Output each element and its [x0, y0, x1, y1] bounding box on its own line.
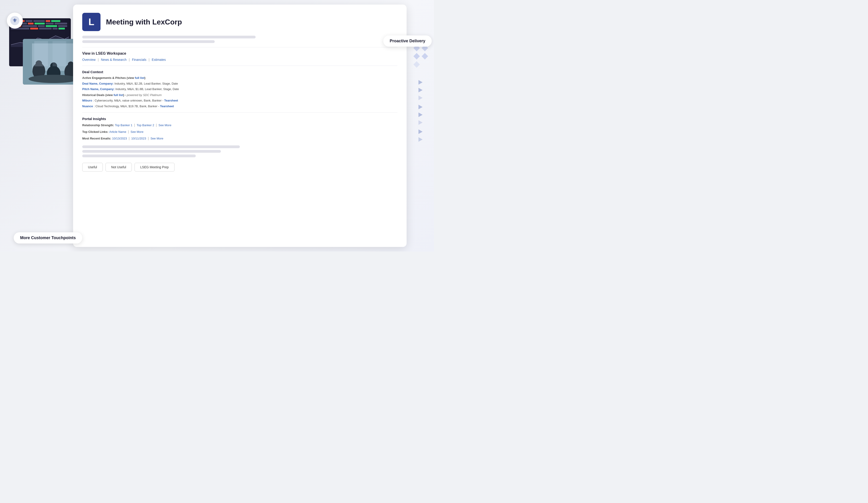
- rel-strength-label: Relationship Strength:: [82, 123, 115, 127]
- hist-deal-1: Miburo : Cybersecurity, M&A, value unkno…: [82, 98, 397, 103]
- deal-detail-1: Industry, M&A, $2.2B, Lead Banker, Stage…: [114, 82, 178, 85]
- separator: |: [134, 123, 135, 127]
- workspace-section-title: View in LSEG Workspace: [82, 51, 397, 56]
- svg-point-13: [29, 75, 79, 83]
- svg-rect-15: [53, 41, 66, 66]
- arrow-right-icon: [418, 129, 423, 134]
- historical-suffix: ) -: [123, 93, 127, 97]
- pitch-name-company-2[interactable]: Pitch Name, Company:: [82, 87, 115, 91]
- company-logo-badge: ⚜: [7, 12, 23, 29]
- bar: [46, 20, 50, 22]
- overview-link[interactable]: Overview: [82, 58, 95, 61]
- placeholder-bar: [82, 150, 221, 153]
- bar: [59, 28, 65, 30]
- historical-deals-item: Historical Deals (view full list) - powe…: [82, 93, 397, 98]
- full-list-link-historical[interactable]: full list: [114, 93, 123, 97]
- bar: [30, 28, 38, 30]
- separator: |: [148, 137, 149, 140]
- deal-item-2: Pitch Name, Company: Industry, M&A, $1.8…: [82, 87, 397, 91]
- bar: [54, 23, 67, 24]
- clicked-links-see-more-link[interactable]: See More: [131, 130, 143, 133]
- main-card: L Meeting with LexCorp View in LSEG Work…: [73, 4, 406, 247]
- tearsheet-link-1[interactable]: Tearsheet: [164, 99, 178, 102]
- separator: |: [129, 58, 130, 61]
- top-banker-1-link[interactable]: Top Banker 1: [115, 123, 133, 127]
- bar: [53, 28, 58, 30]
- trading-row: [11, 28, 69, 30]
- active-suffix: ): [144, 76, 145, 80]
- financials-link[interactable]: Financials: [132, 58, 146, 61]
- company-logo: L: [82, 13, 101, 31]
- active-label-text: Active Engagements & Pitches (view: [82, 76, 135, 80]
- tearsheet-link-2[interactable]: Tearsheet: [160, 104, 174, 108]
- proactive-label: Proactive Delivery: [390, 39, 425, 43]
- rel-strength-see-more-link[interactable]: See More: [158, 123, 171, 127]
- svg-text:⚜: ⚜: [12, 17, 17, 23]
- email-date-2-link[interactable]: 10/11/2023: [131, 137, 146, 140]
- sdc-platinum-label: powered by SDC Platinum: [127, 93, 162, 97]
- deal-context-section: Deal Context Active Engagements & Pitche…: [82, 70, 397, 108]
- bar: [46, 23, 54, 24]
- divider: [82, 66, 397, 66]
- separator: |: [128, 137, 130, 140]
- email-date-1-link[interactable]: 10/13/2023: [112, 137, 127, 140]
- bar: [33, 20, 45, 22]
- bar: [39, 28, 52, 30]
- arrow-right-icon: [418, 95, 423, 100]
- proactive-delivery-badge: Proactive Delivery: [383, 36, 432, 47]
- recent-emails-label: Most Recent Emails:: [82, 137, 112, 140]
- diamond-decorations-right: [414, 46, 427, 70]
- bar: [25, 20, 32, 22]
- hist-deal-1-detail: : Cybersecurity, M&A, value unknown, Ban…: [93, 99, 164, 102]
- arrow-right-icon: [418, 88, 423, 92]
- separator: |: [156, 123, 157, 127]
- company-initial: L: [89, 17, 94, 28]
- divider: [82, 112, 397, 113]
- article-name-link[interactable]: Article Name: [109, 130, 126, 133]
- card-header: L Meeting with LexCorp: [82, 13, 397, 31]
- placeholder-bar: [82, 36, 256, 38]
- arrow-right-icon: [418, 80, 423, 84]
- diamond-icon: [413, 61, 420, 68]
- bar: [22, 25, 37, 27]
- placeholder-bar: [82, 145, 240, 148]
- placeholder-bars-bottom: [82, 145, 397, 157]
- arrow-right-icon: [418, 105, 423, 109]
- full-list-link-active[interactable]: full list: [135, 76, 144, 80]
- lseg-meeting-prep-button[interactable]: LSEG Meeting Prep: [135, 163, 175, 171]
- bar: [28, 23, 33, 24]
- not-useful-button[interactable]: Not Useful: [105, 163, 132, 171]
- svg-rect-14: [34, 41, 48, 66]
- separator: |: [98, 58, 99, 61]
- top-clicked-links-item: Top Clicked Links: Article Name | See Mo…: [82, 129, 397, 134]
- lseg-logo: ⚜: [9, 15, 21, 26]
- active-label: Active Engagements & Pitches (view full …: [82, 76, 145, 80]
- news-research-link[interactable]: News & Research: [101, 58, 126, 61]
- deal-detail-2: Industry, M&A, $1.8B, Lead Banker, Stage…: [115, 87, 179, 91]
- diamond-icon: [422, 53, 428, 59]
- emails-see-more-link[interactable]: See More: [151, 137, 163, 140]
- lion-logo-icon: ⚜: [10, 16, 20, 26]
- touchpoints-badge: More Customer Touchpoints: [14, 232, 82, 243]
- top-banker-2-link[interactable]: Top Banker 2: [137, 123, 154, 127]
- bar: [51, 20, 60, 22]
- historical-label: Historical Deals (view full list) -: [82, 93, 127, 97]
- recent-emails-item: Most Recent Emails: 10/13/2023 | 10/11/2…: [82, 136, 397, 141]
- clicked-links-label: Top Clicked Links:: [82, 130, 109, 133]
- miburo-link[interactable]: Miburo: [82, 99, 92, 102]
- arrow-decorations: [418, 80, 423, 145]
- placeholder-bar: [82, 40, 215, 43]
- arrow-right-icon: [418, 120, 423, 125]
- diamond-row: [414, 54, 427, 59]
- diamond-icon: [413, 53, 420, 59]
- deal-item-1: Deal Name, Company: Industry, M&A, $2.2B…: [82, 81, 397, 86]
- touchpoints-label: More Customer Touchpoints: [20, 235, 76, 240]
- deal-name-company-1[interactable]: Deal Name, Company:: [82, 82, 114, 85]
- estimates-link[interactable]: Estimates: [152, 58, 166, 61]
- hist-deal-2-detail: : Cloud Technology, M&A, $19.7B, Bank, B…: [94, 104, 160, 108]
- active-engagements-item: Active Engagements & Pitches (view full …: [82, 76, 397, 80]
- arrow-right-icon: [418, 137, 423, 142]
- useful-button[interactable]: Useful: [82, 163, 103, 171]
- historical-label-text: Historical Deals (view: [82, 93, 114, 97]
- nuance-link[interactable]: Nuance: [82, 104, 93, 108]
